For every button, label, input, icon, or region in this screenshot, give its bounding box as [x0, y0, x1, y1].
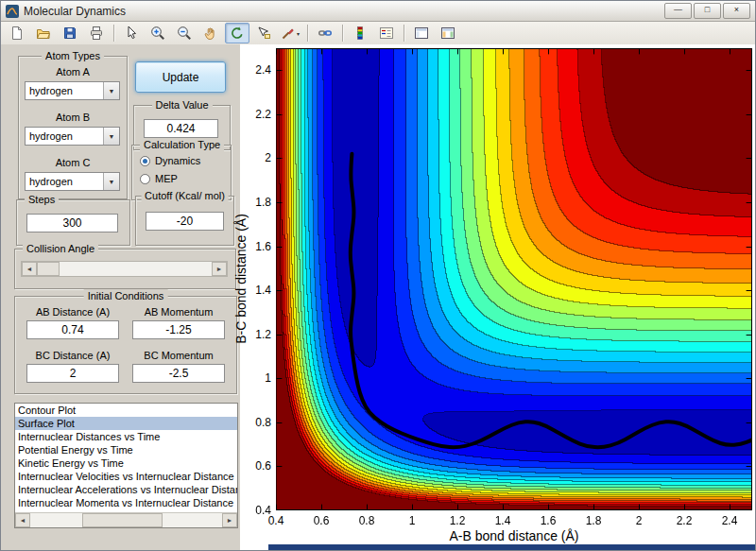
- zoom-out-icon: [177, 26, 192, 41]
- minimize-button[interactable]: —: [664, 3, 692, 19]
- bc-distance-label: BC Distance (A): [26, 350, 119, 361]
- y-tick-label: 0.6: [245, 459, 271, 473]
- y-tick-label: 2.4: [245, 63, 271, 77]
- atom-b-label: Atom B: [19, 112, 127, 123]
- dropdown-caret-icon[interactable]: ▾: [297, 30, 300, 37]
- window-title: Molecular Dynamics: [24, 5, 126, 18]
- y-tick-label: 1.2: [245, 328, 271, 341]
- atom-a-select[interactable]: hydrogen ▼: [25, 81, 120, 100]
- x-tick-label: 1.8: [577, 514, 610, 527]
- new-figure-button[interactable]: [5, 23, 29, 43]
- x-tick-label: 1: [396, 514, 428, 527]
- pan-button[interactable]: [198, 23, 223, 43]
- zoom-out-button[interactable]: [172, 23, 197, 43]
- open-file-button[interactable]: [31, 23, 56, 43]
- atom-a-value: hydrogen: [26, 82, 103, 99]
- close-button[interactable]: ×: [723, 3, 750, 19]
- list-item-internuclear-momenta[interactable]: Internuclear Momenta vs Internuclear Dis…: [15, 496, 237, 509]
- list-item-internuclear-accelerations[interactable]: Internuclear Accelerations vs Internucle…: [15, 483, 237, 496]
- app-icon: [6, 5, 19, 18]
- brush-icon: [281, 26, 296, 41]
- plot-type-listbox[interactable]: Contour Plot Surface Plot Internuclear D…: [14, 403, 238, 528]
- insert-legend-button[interactable]: [374, 23, 399, 43]
- insert-colorbar-button[interactable]: [348, 23, 372, 43]
- radio-mep[interactable]: MEP: [140, 173, 178, 184]
- show-plot-tools-button[interactable]: [436, 23, 460, 43]
- scrollbar-left-arrow-icon[interactable]: ◄: [15, 513, 30, 527]
- y-axis-label: B-C bond distance (Å): [233, 214, 249, 344]
- bc-momentum-input[interactable]: [132, 364, 225, 383]
- y-tick-label: 2: [245, 151, 271, 164]
- y-tick-label: 1.4: [245, 284, 271, 297]
- link-plot-icon: [318, 26, 333, 41]
- print-figure-button[interactable]: [84, 23, 109, 43]
- chevron-down-icon[interactable]: ▼: [103, 82, 119, 99]
- show-plot-tools-icon: [440, 26, 455, 41]
- slider-track[interactable]: [37, 262, 212, 276]
- slider-left-arrow-icon[interactable]: ◄: [22, 262, 37, 276]
- ab-momentum-label: AB Momentum: [132, 306, 225, 318]
- maximize-button[interactable]: □: [694, 3, 721, 19]
- radio-mep-label: MEP: [155, 173, 178, 184]
- list-item-kinetic-energy[interactable]: Kinetic Energy vs Time: [15, 456, 237, 470]
- x-tick-label: 1.6: [532, 514, 564, 527]
- update-button[interactable]: Update: [135, 61, 226, 93]
- zoom-in-icon: [150, 26, 165, 41]
- list-item-internuclear-velocities[interactable]: Internuclear Velocities vs Internuclear …: [15, 470, 237, 483]
- atom-b-select[interactable]: hydrogen ▼: [25, 127, 120, 146]
- initial-conditions-title: Initial Conditions: [84, 289, 168, 302]
- toolbar-separator: [307, 25, 308, 42]
- bc-distance-input[interactable]: [26, 364, 119, 383]
- print-figure-icon: [89, 26, 104, 41]
- list-item-contour-plot[interactable]: Contour Plot: [15, 404, 237, 417]
- x-tick-label: 0.6: [305, 514, 337, 527]
- slider-thumb[interactable]: [37, 262, 60, 276]
- atom-a-label: Atom A: [19, 66, 127, 77]
- initial-conditions-panel: Initial Conditions AB Distance (A) AB Mo…: [14, 296, 237, 394]
- delta-value-input[interactable]: [144, 119, 218, 138]
- scrollbar-right-arrow-icon[interactable]: ►: [222, 513, 237, 527]
- toolbar-separator: [342, 25, 343, 42]
- ab-momentum-input[interactable]: [132, 320, 225, 339]
- toolbar-separator: [404, 25, 404, 42]
- calculation-type-title: Calculation Type: [140, 138, 224, 151]
- listbox-horizontal-scrollbar[interactable]: ◄ ►: [15, 512, 237, 527]
- steps-input[interactable]: [26, 214, 118, 232]
- rotate-3d-icon: [230, 26, 245, 41]
- edit-plot-button[interactable]: [119, 23, 144, 43]
- list-item-surface-plot[interactable]: Surface Plot: [15, 417, 237, 430]
- window-controls: — □ ×: [664, 3, 750, 19]
- scrollbar-thumb[interactable]: [82, 513, 163, 527]
- atom-c-value: hydrogen: [26, 173, 103, 190]
- brush-button[interactable]: ▾: [278, 23, 302, 43]
- slider-right-arrow-icon[interactable]: ►: [212, 262, 227, 276]
- atom-c-select[interactable]: hydrogen ▼: [25, 172, 120, 191]
- scrollbar-track[interactable]: [30, 513, 222, 527]
- contour-plot[interactable]: [276, 48, 752, 510]
- y-tick-label: 1.6: [245, 240, 271, 253]
- collision-angle-title: Collision Angle: [23, 242, 98, 255]
- collision-angle-slider[interactable]: ◄ ►: [21, 261, 228, 277]
- list-item-potential-energy[interactable]: Potential Energy vs Time: [15, 443, 237, 456]
- radio-dynamics[interactable]: Dynamics: [140, 155, 200, 166]
- save-figure-button[interactable]: [58, 23, 82, 43]
- chevron-down-icon[interactable]: ▼: [103, 173, 119, 190]
- x-tick-label: 1.2: [441, 514, 473, 527]
- ab-distance-input[interactable]: [26, 320, 119, 339]
- hide-plot-tools-button[interactable]: [409, 23, 434, 43]
- ab-distance-label: AB Distance (A): [26, 306, 119, 318]
- zoom-in-button[interactable]: [146, 23, 170, 43]
- cutoff-input[interactable]: [146, 212, 224, 231]
- x-tick-label: 2.2: [668, 514, 700, 527]
- chevron-down-icon[interactable]: ▼: [103, 128, 119, 145]
- data-cursor-button[interactable]: [251, 23, 276, 43]
- insert-legend-icon: [379, 26, 394, 41]
- y-tick-label: 1: [245, 371, 271, 385]
- y-tick-label: 0.4: [245, 504, 271, 517]
- list-item-internuclear-distances[interactable]: Internuclear Distances vs Time: [15, 430, 237, 443]
- rotate-3d-button[interactable]: [225, 23, 249, 43]
- cutoff-panel: Cutoff (Kcal/ mol): [135, 196, 234, 246]
- radio-button-icon: [140, 174, 150, 184]
- link-plot-button[interactable]: [313, 23, 337, 43]
- x-tick-label: 1.4: [487, 514, 519, 527]
